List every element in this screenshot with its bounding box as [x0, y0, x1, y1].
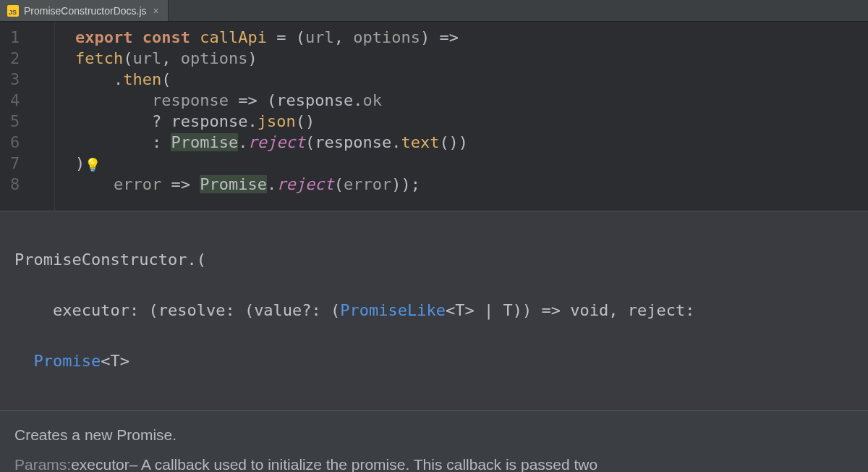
function-name: callApi: [200, 28, 267, 46]
param: url: [305, 28, 334, 46]
editor-area: 1 2 3 4 5 6 7 8 export const callApi = (…: [0, 22, 868, 211]
identifier: response: [315, 133, 391, 151]
dot: .: [267, 175, 276, 193]
arrow: => (: [229, 91, 276, 109]
paren: (: [123, 49, 132, 67]
line-number[interactable]: 1: [0, 27, 54, 48]
doc-params: Params: executor – A callback used to in…: [14, 452, 854, 472]
method: then: [123, 70, 161, 88]
paren: (: [161, 70, 171, 88]
operator: = (: [267, 28, 305, 46]
dot: .: [353, 91, 362, 109]
line-number[interactable]: 2: [0, 48, 54, 69]
keyword-export: export: [75, 28, 132, 46]
paren: (: [334, 175, 344, 193]
line-number[interactable]: 5: [0, 111, 54, 132]
code-line-2[interactable]: fetch(url, options): [75, 48, 868, 69]
code-line-3[interactable]: .then(: [75, 69, 868, 90]
code-area[interactable]: export const callApi = (url, options) =>…: [55, 22, 868, 211]
paren: (: [305, 133, 315, 151]
comma: ,: [161, 49, 181, 67]
promise-identifier: Promise: [200, 175, 267, 193]
identifier: response: [171, 112, 247, 130]
paren: ): [247, 49, 257, 67]
documentation-tooltip: Creates a new Promise. Params: executor …: [0, 411, 868, 472]
comma: ,: [334, 28, 354, 46]
call: (): [296, 112, 315, 130]
code-line-7[interactable]: )💡: [75, 153, 868, 174]
tab-filename: PromiseConstructorDocs.js: [24, 5, 147, 17]
identifier: response: [276, 91, 353, 109]
line-number[interactable]: 3: [0, 69, 54, 90]
sig-line-3: Promise<T>: [14, 348, 854, 374]
line-number[interactable]: 8: [0, 174, 54, 195]
call: ()): [439, 133, 468, 151]
promise-identifier: Promise: [171, 133, 238, 151]
param: error: [344, 175, 391, 193]
param: options: [181, 49, 248, 67]
arrow: ) =>: [420, 28, 459, 46]
sig-text: <T> | T)) => void, reject:: [446, 301, 694, 319]
doc-brief: Creates a new Promise.: [14, 423, 854, 447]
param: options: [353, 28, 420, 46]
dot: .: [238, 133, 247, 151]
tail: ));: [391, 175, 420, 193]
keyword-const: const: [142, 28, 190, 46]
paren: ): [75, 154, 85, 172]
param-desc: – A callback used to initialize the prom…: [129, 452, 597, 472]
code-line-4[interactable]: response => (response.ok: [75, 90, 868, 111]
dot: .: [247, 112, 257, 130]
editor-tab[interactable]: JS PromiseConstructorDocs.js ×: [0, 0, 169, 21]
sig-text: executor: (resolve: (value?: (: [14, 301, 340, 319]
code-line-8[interactable]: error => Promise.reject(error));: [75, 174, 868, 195]
arrow: =>: [161, 175, 200, 193]
signature-tooltip: PromiseConstructor.( executor: (resolve:…: [0, 211, 868, 411]
code-line-1[interactable]: export const callApi = (url, options) =>: [75, 27, 868, 48]
sig-type: PromiseLike: [340, 301, 446, 319]
param: url: [132, 49, 161, 67]
close-icon[interactable]: ×: [152, 5, 161, 17]
dot: .: [114, 70, 123, 88]
sig-line-2: executor: (resolve: (value?: (PromiseLik…: [14, 298, 854, 323]
code-line-6[interactable]: : Promise.reject(response.text()): [75, 132, 868, 153]
sig-line-1: PromiseConstructor.(: [14, 247, 854, 272]
reject-method: reject: [276, 175, 333, 193]
method: json: [258, 112, 296, 130]
js-file-icon: JS: [7, 5, 19, 17]
method: text: [401, 133, 439, 151]
code-line-5[interactable]: ? response.json(): [75, 111, 868, 132]
lightbulb-icon[interactable]: 💡: [85, 154, 101, 175]
tab-bar: JS PromiseConstructorDocs.js ×: [0, 0, 868, 22]
param: error: [114, 175, 161, 193]
line-number[interactable]: 7: [0, 153, 54, 174]
property: ok: [362, 91, 382, 109]
sig-text: <T>: [101, 352, 129, 370]
sig-return-type: Promise: [34, 352, 101, 370]
param-name: executor: [71, 452, 129, 472]
dot: .: [391, 133, 401, 151]
ternary: :: [152, 133, 171, 151]
reject-method: reject: [247, 133, 305, 151]
param: response: [152, 91, 229, 109]
function-call: fetch: [75, 49, 123, 67]
gutter: 1 2 3 4 5 6 7 8: [0, 22, 55, 211]
ternary: ?: [152, 112, 171, 130]
params-label: Params:: [14, 452, 71, 472]
line-number[interactable]: 4: [0, 90, 54, 111]
line-number[interactable]: 6: [0, 132, 54, 153]
